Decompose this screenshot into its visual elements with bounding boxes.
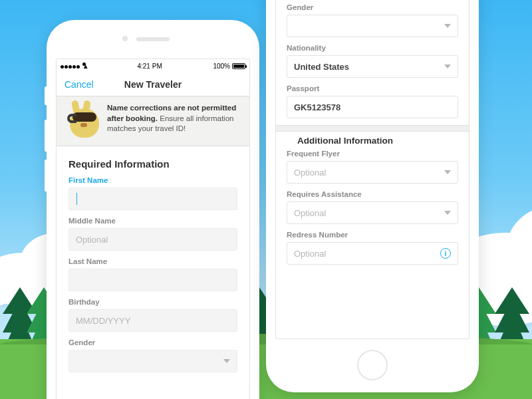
additional-info-heading: Additional Information [297,136,448,146]
mascot-icon [65,103,100,139]
chevron-down-icon [223,359,230,363]
redress-label: Redress Number [287,231,458,239]
middle-name-label: Middle Name [68,217,237,225]
signal-dots-icon: ▲ [61,63,86,70]
phone-frame-right: Gender Nationality United States Passpor… [266,0,479,392]
gender-field: Gender [68,338,237,372]
first-name-input[interactable] [68,188,237,210]
middle-name-field: Middle Name Optional [68,217,237,251]
passport-field: Passport GK5123578 [287,84,458,118]
gender-label-r: Gender [287,3,458,11]
frequent-flyer-label: Frequent Flyer [287,150,458,158]
passport-input[interactable]: GK5123578 [287,96,458,118]
passport-label: Passport [287,84,458,92]
status-bar: ▲ 4:21 PM 100% [57,59,249,72]
assistance-field: Requires Assistance Optional [287,190,458,224]
status-time: 4:21 PM [137,63,162,70]
birthday-input[interactable]: MM/DD/YYYY [68,309,237,332]
notice-text: Name corrections are not permitted after… [107,103,241,139]
wifi-icon: ▲ [82,63,86,66]
last-name-field: Last Name [68,257,237,291]
frequent-flyer-select[interactable]: Optional [287,161,458,184]
nationality-label: Nationality [287,44,458,52]
page-title: New Traveler [57,79,249,90]
phone-frame-left: ▲ 4:21 PM 100% Cancel New Traveler Name … [47,20,259,399]
frequent-flyer-field: Frequent Flyer Optional [287,150,458,184]
info-icon[interactable]: i [440,248,451,259]
chevron-down-icon [444,65,451,68]
nationality-select[interactable]: United States [287,55,458,78]
gender-select[interactable] [68,350,237,372]
last-name-label: Last Name [68,257,237,265]
last-name-input[interactable] [68,269,237,291]
birthday-label: Birthday [68,298,237,306]
battery-icon [232,63,245,69]
notice-banner: Name corrections are not permitted after… [57,96,249,146]
nationality-field: Nationality United States [287,44,458,78]
redress-input[interactable]: Optionali [287,242,458,265]
gender-select-r[interactable] [287,15,458,37]
battery-pct: 100% [213,63,230,70]
required-info-heading: Required Information [68,158,237,170]
middle-name-input[interactable]: Optional [68,228,237,251]
first-name-field: First Name [68,176,237,210]
assistance-select[interactable]: Optional [287,201,458,224]
birthday-field: Birthday MM/DD/YYYY [68,298,237,332]
first-name-label: First Name [68,176,237,184]
chevron-down-icon [444,211,451,215]
nav-bar: Cancel New Traveler [57,72,249,96]
chevron-down-icon [444,24,451,28]
section-divider [276,125,469,132]
home-button[interactable] [357,350,388,380]
gender-field-r: Gender [287,3,458,37]
chevron-down-icon [444,170,451,174]
gender-label: Gender [68,338,237,346]
redress-field: Redress Number Optionali [287,231,458,265]
assistance-label: Requires Assistance [287,190,458,198]
